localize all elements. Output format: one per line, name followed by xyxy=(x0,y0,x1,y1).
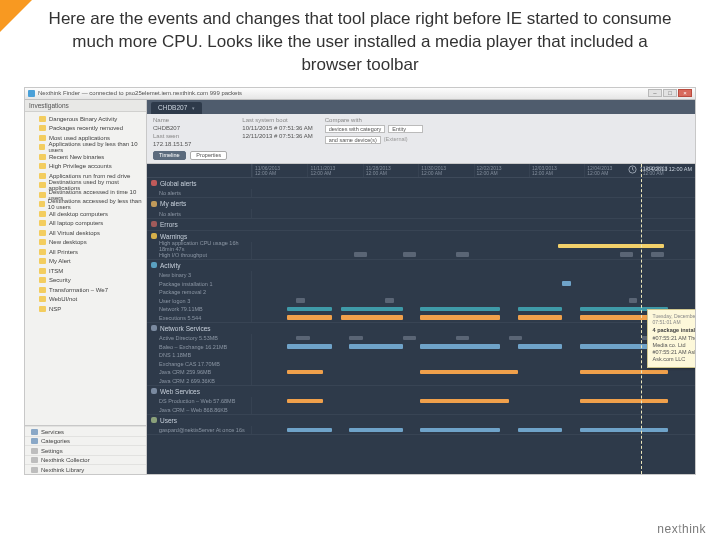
timeline-segment[interactable] xyxy=(420,344,500,349)
section-header[interactable]: My alerts xyxy=(147,198,695,209)
row-track[interactable] xyxy=(252,296,695,305)
timeline-segment[interactable] xyxy=(341,315,403,320)
timeline-segment[interactable] xyxy=(558,244,664,249)
timeline-segment[interactable] xyxy=(385,298,394,303)
sidebar-item[interactable]: All laptop computers xyxy=(25,218,146,228)
row-track[interactable] xyxy=(252,376,695,385)
maximize-button[interactable]: □ xyxy=(663,89,677,97)
section-header[interactable]: Global alerts xyxy=(147,178,695,189)
sidebar-bottom-item[interactable]: Services xyxy=(25,426,146,436)
timeline-segment[interactable] xyxy=(287,370,322,375)
timeline-segment[interactable] xyxy=(349,344,402,349)
sidebar-item[interactable]: Security xyxy=(25,275,146,285)
timeline-segment[interactable] xyxy=(287,307,331,312)
timeline-segment[interactable] xyxy=(580,399,669,404)
row-track[interactable] xyxy=(252,397,695,406)
sidebar-item[interactable]: NSP xyxy=(25,304,146,314)
row-track[interactable] xyxy=(252,209,695,218)
row-track[interactable] xyxy=(252,426,695,435)
row-track[interactable] xyxy=(252,279,695,288)
sidebar-item[interactable]: Applications used by less than 10 users xyxy=(25,142,146,152)
folder-icon xyxy=(39,154,46,160)
minimize-button[interactable]: – xyxy=(648,89,662,97)
timeline-segment[interactable] xyxy=(287,399,322,404)
row-track[interactable] xyxy=(252,342,695,351)
timeline-segment[interactable] xyxy=(296,336,309,341)
row-track[interactable] xyxy=(252,288,695,297)
timeline-segment[interactable] xyxy=(420,399,509,404)
timeline-segment[interactable] xyxy=(420,370,517,375)
sidebar-item[interactable]: Recent New binaries xyxy=(25,152,146,162)
section-header[interactable]: Web Services xyxy=(147,386,695,397)
timeline-segment[interactable] xyxy=(620,252,633,257)
sidebar-item[interactable]: All Virtual desktops xyxy=(25,228,146,238)
timeline-segment[interactable] xyxy=(518,315,562,320)
timeline-button[interactable]: Timeline xyxy=(153,151,186,160)
device-tab[interactable]: CHDB207 ▾ xyxy=(151,102,202,114)
sidebar-item[interactable]: Packages recently removed xyxy=(25,123,146,133)
timeline-segment[interactable] xyxy=(518,307,562,312)
entity-select[interactable]: Entity xyxy=(388,125,423,133)
close-button[interactable]: × xyxy=(678,89,692,97)
timeline-segment[interactable] xyxy=(403,252,416,257)
timeline-segment[interactable] xyxy=(349,428,402,433)
slide-caption: Here are the events and changes that too… xyxy=(0,0,720,83)
timeline-segment[interactable] xyxy=(518,344,562,349)
sidebar-item[interactable]: Destinations accessed by less than 10 us… xyxy=(25,199,146,209)
sidebar-bottom-item[interactable]: Nexthink Collector xyxy=(25,455,146,465)
timeline-segment[interactable] xyxy=(629,298,638,303)
tab-close-icon[interactable]: ▾ xyxy=(192,105,195,111)
timeline-segment[interactable] xyxy=(403,336,416,341)
timeline-segment[interactable] xyxy=(287,315,331,320)
timeline-segment[interactable] xyxy=(518,428,562,433)
row-track[interactable] xyxy=(252,313,695,322)
timeline-segment[interactable] xyxy=(420,307,500,312)
same-device-select[interactable]: and same device(s) xyxy=(325,136,381,144)
window-titlebar[interactable]: Nexthink Finder — connected to pso25elem… xyxy=(25,88,695,100)
sidebar-item[interactable]: All Printers xyxy=(25,247,146,257)
sidebar-item[interactable]: High Privilege accounts xyxy=(25,161,146,171)
section-header[interactable]: Activity xyxy=(147,260,695,271)
sidebar-item[interactable]: New desktops xyxy=(25,237,146,247)
sidebar-item[interactable]: Transformation – We7 xyxy=(25,285,146,295)
timeline-segment[interactable] xyxy=(354,252,367,257)
timeline-segment[interactable] xyxy=(287,344,331,349)
timeline-segment[interactable] xyxy=(456,336,469,341)
sidebar-bottom-item[interactable]: Settings xyxy=(25,445,146,455)
timeline-segment[interactable] xyxy=(509,336,522,341)
timeline-segment[interactable] xyxy=(580,428,669,433)
sidebar-bottom-item[interactable]: Nexthink Library xyxy=(25,464,146,474)
timeline-segment[interactable] xyxy=(562,281,571,286)
row-track[interactable] xyxy=(252,351,695,360)
compare-category-select[interactable]: devices with category xyxy=(325,125,386,133)
timeline-segment[interactable] xyxy=(287,428,331,433)
row-track[interactable] xyxy=(252,405,695,414)
timeline-segment[interactable] xyxy=(341,307,403,312)
row-track[interactable] xyxy=(252,334,695,343)
row-track[interactable] xyxy=(252,305,695,314)
timeline-segment[interactable] xyxy=(651,252,664,257)
sidebar-item[interactable]: All desktop computers xyxy=(25,209,146,219)
row-track[interactable] xyxy=(252,271,695,280)
sidebar-item[interactable]: My Alert xyxy=(25,256,146,266)
timeline-segment[interactable] xyxy=(580,370,669,375)
properties-button[interactable]: Properties xyxy=(190,151,227,160)
timeline-segment[interactable] xyxy=(349,336,362,341)
lastseen-label: Last seen xyxy=(153,133,230,139)
section-header[interactable]: Errors xyxy=(147,219,695,230)
sidebar-item[interactable]: WebUI/not xyxy=(25,294,146,304)
row-track[interactable] xyxy=(252,250,695,259)
row-track[interactable] xyxy=(252,242,695,251)
section-header[interactable]: Users xyxy=(147,415,695,426)
timeline-segment[interactable] xyxy=(456,252,469,257)
timeline-segment[interactable] xyxy=(420,315,500,320)
row-track[interactable] xyxy=(252,359,695,368)
row-track[interactable] xyxy=(252,189,695,198)
row-track[interactable] xyxy=(252,368,695,377)
timeline-segment[interactable] xyxy=(420,428,500,433)
sidebar-item[interactable]: ITSM xyxy=(25,266,146,276)
section-header[interactable]: Network Services xyxy=(147,323,695,334)
sidebar-item[interactable]: Dangerous Binary Activity xyxy=(25,114,146,124)
timeline-segment[interactable] xyxy=(296,298,305,303)
sidebar-bottom-item[interactable]: Categories xyxy=(25,436,146,446)
